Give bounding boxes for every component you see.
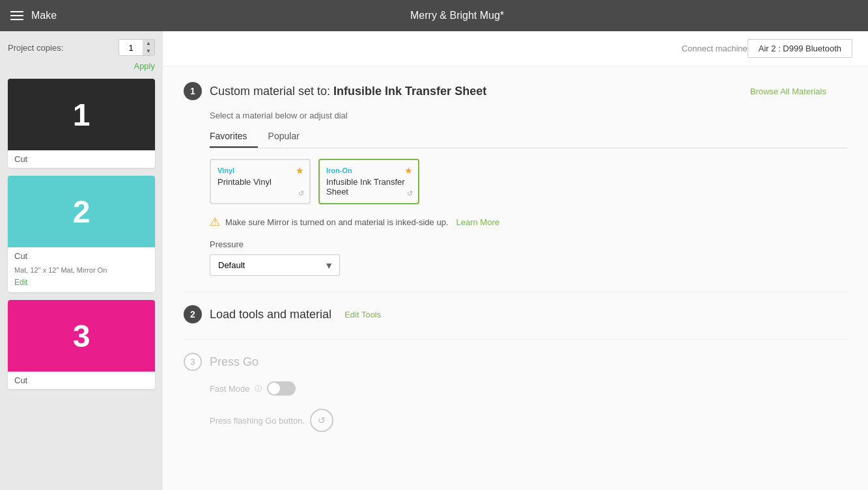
project-name: Merry & Bright Mug*	[57, 10, 858, 21]
mat-number-2: 2	[73, 194, 91, 230]
copies-input[interactable]	[119, 42, 143, 54]
step-1-sub-label: Select a material below or adjust dial	[210, 111, 847, 120]
mat-label-2: Cut	[14, 251, 27, 261]
material-card-vinyl-type: Vinyl	[217, 167, 303, 174]
mat-info-2: Mat, 12" x 12" Mat, Mirror On	[8, 265, 155, 278]
material-card-vinyl-name: Printable Vinyl	[217, 177, 303, 187]
edit-tools-link[interactable]: Edit Tools	[344, 310, 381, 320]
step-1-title-prefix: Custom material set to:	[210, 85, 330, 98]
go-refresh-icon: ↺	[318, 415, 326, 426]
step-2-circle: 2	[184, 305, 202, 323]
learn-more-link[interactable]: Learn More	[456, 217, 499, 227]
press-go-row: Press flashing Go button. ↺	[210, 409, 847, 432]
step-3-circle-label: 3	[190, 357, 195, 367]
fast-mode-toggle[interactable]	[267, 381, 296, 396]
mat-label-1: Cut	[14, 154, 27, 164]
connect-machine-label: Connect machine	[682, 44, 748, 53]
make-title: Make	[31, 10, 57, 21]
mat-thumbnail-3: 3	[8, 300, 155, 372]
step-2-section: 2 Load tools and material Edit Tools	[184, 305, 847, 323]
iron-on-star-icon: ★	[404, 165, 413, 176]
fast-mode-label: Fast Mode	[210, 384, 249, 394]
material-cards: Vinyl Printable Vinyl ★ ↺ Iron-On Infusi…	[210, 159, 847, 204]
material-card-iron-on[interactable]: Iron-On Infusible Ink Transfer Sheet ★ ↺	[318, 159, 419, 204]
mat-item-1: 1 Cut	[8, 79, 155, 168]
sidebar: Project copies: ▲ ▼ Apply 1 Cut 2	[0, 31, 163, 490]
copies-down-button[interactable]: ▼	[143, 48, 154, 55]
mat-item-2: 2 Cut Mat, 12" x 12" Mat, Mirror On Edit	[8, 176, 155, 292]
pressure-select-wrap: Default ▼	[210, 254, 340, 276]
project-copies-label: Project copies:	[8, 43, 119, 53]
step-1-title: Custom material set to: Infusible Ink Tr…	[210, 85, 486, 98]
mat-thumbnail-1: 1	[8, 79, 155, 150]
mat-number-3: 3	[73, 318, 91, 354]
warning-text: Make sure Mirror is turned on and materi…	[225, 217, 448, 227]
mat-item-3: 3 Cut	[8, 300, 155, 389]
mat-label-row-3: Cut	[8, 372, 155, 389]
scrollable-content: 1 Custom material set to: Infusible Ink …	[163, 66, 868, 490]
toggle-knob	[268, 383, 280, 394]
material-card-iron-on-name: Infusible Ink Transfer Sheet	[326, 177, 412, 197]
mat-label-row-2: Cut	[8, 247, 155, 265]
pressure-label: Pressure	[210, 239, 847, 249]
go-button-circle[interactable]: ↺	[310, 409, 333, 432]
step-3-circle: 3	[184, 353, 202, 371]
fast-mode-info-icon: ⓘ	[255, 384, 262, 394]
step-1-circle-label: 1	[190, 86, 195, 96]
mat-edit-link-2[interactable]: Edit	[8, 278, 155, 292]
copies-spinner: ▲ ▼	[143, 40, 154, 55]
apply-button[interactable]: Apply	[133, 61, 155, 71]
warning-icon: ⚠	[210, 215, 220, 229]
warning-row: ⚠ Make sure Mirror is turned on and mate…	[210, 215, 847, 229]
step-2-title: Load tools and material	[210, 308, 331, 321]
step-1-content: Select a material below or adjust dial F…	[184, 111, 847, 276]
browse-all-materials-link[interactable]: Browse All Materials	[750, 87, 826, 96]
top-bar: Connect machine Air 2 : D999 Bluetooth	[163, 31, 868, 66]
mat-number-1: 1	[73, 97, 91, 133]
material-card-iron-on-type: Iron-On	[326, 167, 412, 174]
step-3-header: 3 Press Go	[184, 353, 847, 371]
step-3-title: Press Go	[210, 355, 259, 369]
step-1-section: 1 Custom material set to: Infusible Ink …	[184, 82, 847, 276]
copies-up-button[interactable]: ▲	[143, 40, 154, 48]
iron-on-refresh-icon: ↺	[407, 189, 413, 198]
step-1-circle: 1	[184, 82, 202, 100]
tab-popular[interactable]: Popular	[258, 127, 310, 148]
main-layout: Project copies: ▲ ▼ Apply 1 Cut 2	[0, 31, 868, 490]
divider-2	[184, 339, 847, 340]
hamburger-icon[interactable]	[10, 11, 23, 20]
vinyl-star-icon: ★	[296, 165, 304, 176]
pressure-select[interactable]: Default	[210, 254, 340, 276]
vinyl-refresh-icon: ↺	[298, 189, 304, 198]
machine-button[interactable]: Air 2 : D999 Bluetooth	[748, 39, 852, 58]
step-1-title-bold: Infusible Ink Transfer Sheet	[333, 85, 486, 98]
step-2-header: 2 Load tools and material Edit Tools	[184, 305, 847, 323]
fast-mode-row: Fast Mode ⓘ	[210, 381, 847, 396]
header: Make Merry & Bright Mug*	[0, 0, 868, 31]
mat-label-row-1: Cut	[8, 150, 155, 168]
divider-1	[184, 292, 847, 292]
step-1-header: 1 Custom material set to: Infusible Ink …	[184, 82, 847, 100]
material-card-vinyl[interactable]: Vinyl Printable Vinyl ★ ↺	[210, 159, 311, 204]
step-2-circle-label: 2	[190, 309, 195, 320]
press-go-text: Press flashing Go button.	[210, 416, 305, 426]
tabs-row: Favorites Popular	[210, 127, 847, 148]
project-copies-row: Project copies: ▲ ▼	[8, 39, 155, 56]
copies-input-wrap: ▲ ▼	[119, 39, 155, 56]
mat-thumbnail-2: 2	[8, 176, 155, 247]
step-3-section: 3 Press Go Fast Mode ⓘ Press flashing Go…	[184, 353, 847, 432]
content-area: Connect machine Air 2 : D999 Bluetooth 1…	[163, 31, 868, 490]
mat-label-3: Cut	[14, 375, 27, 385]
step-3-content: Fast Mode ⓘ Press flashing Go button. ↺	[184, 381, 847, 432]
tab-favorites[interactable]: Favorites	[210, 127, 258, 148]
